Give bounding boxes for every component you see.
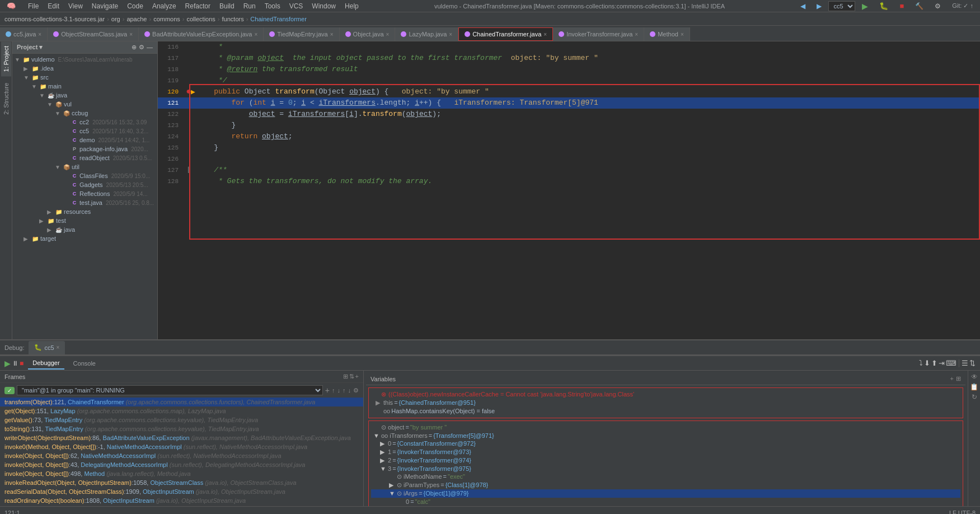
menu-edit[interactable]: Edit [43, 2, 64, 10]
sort-icon[interactable]: ⇅ [349, 373, 354, 380]
tab-object[interactable]: Object.java × [340, 27, 396, 41]
tree-cc2[interactable]: ▶ C cc2 2020/5/16 15:32, 3.09 [12, 118, 157, 127]
menu-refactor[interactable]: Refactor [181, 2, 215, 10]
stop-debug-button[interactable]: ■ [20, 359, 24, 367]
var-this[interactable]: ▶ this = {ChainedTransformer@951} [371, 399, 960, 407]
tree-reflections[interactable]: ▶ C Reflections 2020/5/9 14... [12, 189, 157, 198]
var-error-item[interactable]: ⊗ ((Class)object).newInstanceCallerCache… [371, 390, 960, 399]
structure-tab[interactable]: 2: Structure [1, 78, 11, 119]
menu-run[interactable]: Run [239, 2, 260, 10]
tab-invokertransformer[interactable]: InvokerTransformer.java × [553, 27, 644, 41]
frame-8[interactable]: invoke(Object, Object[]):498, Method (ja… [0, 469, 363, 478]
filter-icon[interactable]: ⊞ [343, 373, 348, 380]
tree-target[interactable]: ▶ 📁 target [12, 234, 157, 243]
var-t1[interactable]: ▶ 1 = {InvokerTransformer@973} [371, 448, 960, 456]
nav-forward-icon[interactable]: ▶ [812, 2, 826, 10]
frame-3[interactable]: toString():131, TiedMapEntry (org.apache… [0, 424, 363, 433]
stop-button[interactable]: ■ [895, 2, 908, 10]
tab-method[interactable]: Method × [644, 27, 690, 41]
frame-10[interactable]: readSerialData(Object, ObjectStreamClass… [0, 487, 363, 496]
var-imethodname[interactable]: ▶ ⊙ iMethodName = "exec" [371, 473, 960, 481]
var-t0[interactable]: ▶ 0 = {ConstantTransformer@972} [371, 440, 960, 448]
var-iparamtypes[interactable]: ▶ ⊙ iParamTypes = {Class[1]@978} [371, 481, 960, 489]
thread-dropdown[interactable]: "main"@1 in group "main": RUNNING [17, 385, 323, 395]
tree-util[interactable]: ▼ 📦 util [12, 162, 157, 171]
tree-gadgets[interactable]: ▶ C Gadgets 2020/5/13 20:5... [12, 180, 157, 189]
gear-thread-icon[interactable]: ⚙ [353, 387, 359, 394]
tree-readobject[interactable]: ▶ C readObject 2020/5/13 0.5... [12, 153, 157, 162]
menu-analyze[interactable]: Analyze [148, 2, 181, 10]
var-object[interactable]: ⊙ object = "by summer " [371, 423, 960, 432]
bc-apache[interactable]: apache [126, 16, 147, 22]
filter-thread-icon3[interactable]: ↑ [343, 387, 346, 394]
tab-badattribute[interactable]: BadAttributeValueExpException.java × [139, 27, 264, 41]
tab-cc5[interactable]: cc5.java × [0, 27, 48, 41]
frame-9[interactable]: invokeReadObject(Object, ObjectInputStre… [0, 478, 363, 487]
refresh-icon[interactable]: ↻ [972, 393, 977, 401]
frame-6[interactable]: invoke(Object, Object[]):62, NativeMetho… [0, 451, 363, 460]
tab-tiedmapentry[interactable]: TiedMapEntry.java × [264, 27, 339, 41]
tab-console[interactable]: Console [69, 358, 100, 369]
bc-org[interactable]: org [111, 16, 120, 22]
var-iargs-0[interactable]: ▶ 0 = "calc" [371, 498, 960, 506]
var-itransformers[interactable]: ▼ oo iTransformers = {Transformer[5]@971… [371, 432, 960, 440]
copy-icon[interactable]: 📋 [970, 383, 978, 391]
build-icon[interactable]: 🔨 [911, 2, 928, 10]
sidebar-collapse-icon[interactable]: — [147, 44, 153, 51]
tree-main[interactable]: ▼ 📁 main [12, 82, 157, 91]
filter-thread-icon4[interactable]: ↓ [348, 387, 351, 394]
step-into-icon[interactable]: ⬇ [924, 359, 930, 367]
tree-java[interactable]: ▼ ☕ java [12, 91, 157, 100]
menu-window[interactable]: Window [307, 2, 340, 10]
frame-4[interactable]: writeObject(ObjectInputStream):86, BadAt… [0, 433, 363, 442]
tree-vul[interactable]: ▼ 📦 vul [12, 100, 157, 109]
frame-1[interactable]: get(Object):151, LazyMap (org.apache.com… [0, 406, 363, 415]
variables-sort-icon[interactable]: ⇅ [969, 359, 976, 367]
bc-chainedtransformer[interactable]: ChainedTransformer [250, 16, 306, 22]
frames-icon[interactable]: ☰ [962, 359, 968, 367]
menu-file[interactable]: File [24, 2, 43, 10]
menu-build[interactable]: Build [215, 2, 239, 10]
debug-button[interactable]: 🐛 [875, 2, 893, 10]
nav-back-icon[interactable]: ◀ [796, 2, 810, 10]
tree-classfiles[interactable]: ▶ C ClassFiles 2020/5/9 15:0... [12, 171, 157, 180]
var-t3[interactable]: ▼ 3 = {InvokerTransformer@975} [371, 465, 960, 473]
debug-session-tab[interactable]: 🐛 cc5 × [29, 341, 65, 354]
tree-resources[interactable]: ▶ 📁 resources [12, 207, 157, 216]
var-t2[interactable]: ▶ 2 = {InvokerTransformer@974} [371, 456, 960, 465]
close-debug-session[interactable]: × [57, 344, 60, 351]
close-tab-badattribute[interactable]: × [254, 31, 257, 38]
bc-functors[interactable]: functors [222, 16, 244, 22]
bc-commons[interactable]: commons [153, 16, 180, 22]
menu-help[interactable]: Help [340, 2, 363, 10]
bc-collections[interactable]: collections [187, 16, 215, 22]
sidebar-scope-icon[interactable]: ⊕ [132, 44, 137, 51]
close-tab-object[interactable]: × [386, 31, 390, 38]
filter-thread-icon2[interactable]: ↓ [337, 387, 341, 394]
filter-thread-icon[interactable]: ↑ [332, 387, 335, 394]
var-iargs[interactable]: ▼ ⊙ iArgs = {Object[1]@979} [371, 489, 960, 498]
add-thread-icon[interactable]: + [325, 386, 330, 395]
run-to-cursor-icon[interactable]: ⇥ [939, 359, 945, 367]
close-tab-cc5[interactable]: × [38, 31, 41, 38]
close-tab-tiedmapentry[interactable]: × [330, 31, 334, 38]
close-tab-objectstreamclass[interactable]: × [129, 31, 133, 38]
tab-chainedtransformer[interactable]: ChainedTransformer.java × [458, 27, 553, 41]
code-editor[interactable]: 116 * 117 * @param object the input obje… [158, 41, 980, 339]
tree-ccbug[interactable]: ▼ 📦 ccbug [12, 109, 157, 118]
tree-vuldemo[interactable]: ▼ 📁 vuldemo E:\Soures\JavaLearnVulnerab [12, 55, 157, 64]
tree-test[interactable]: ▶ 📁 test [12, 216, 157, 225]
project-tab[interactable]: 1: Project [1, 41, 11, 76]
frame-2[interactable]: getValue():73, TiedMapEntry (org.apache.… [0, 415, 363, 424]
menu-vcs[interactable]: VCS [285, 2, 308, 10]
frame-12[interactable]: readObject0(boolean):1353, ObjectInputSt… [0, 505, 363, 506]
frame-0[interactable]: transform(Object):121, ChainedTransforme… [0, 398, 363, 406]
tab-lazymap[interactable]: LazyMap.java × [395, 27, 458, 41]
remove-watch-icon[interactable]: ⊞ [956, 375, 961, 382]
tab-debugger[interactable]: Debugger [28, 357, 64, 370]
pause-button[interactable]: ⏸ [12, 359, 18, 367]
watch-icon[interactable]: 👁 [971, 373, 978, 381]
frame-11[interactable]: readOrdinaryObject(boolean):1808, Object… [0, 496, 363, 505]
menu-navigate[interactable]: Navigate [87, 2, 123, 10]
evaluate-icon[interactable]: ⌨ [946, 359, 956, 367]
